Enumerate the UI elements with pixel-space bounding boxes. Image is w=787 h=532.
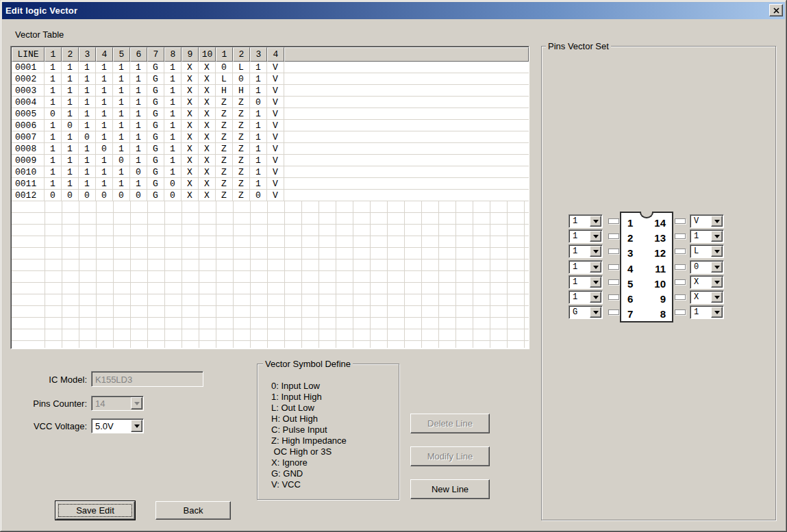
- row-filler: [284, 131, 529, 142]
- pin-4-select-dropdown-button[interactable]: [590, 262, 601, 273]
- value-cell: 1: [79, 178, 96, 189]
- value-cell: 1: [79, 166, 96, 177]
- pin-8-select[interactable]: 1: [690, 305, 724, 319]
- value-cell: V: [267, 97, 284, 107]
- line-cell: 0012: [12, 190, 45, 201]
- value-cell: 1: [45, 178, 62, 189]
- table-row[interactable]: 0008111011G1XXZZ1V: [12, 143, 529, 155]
- pin-10-select[interactable]: X: [690, 275, 724, 289]
- vector-symbol-define-label: Vector Symbol Define: [263, 359, 353, 369]
- pin-12-select[interactable]: L: [690, 244, 724, 258]
- value-cell: G: [147, 131, 164, 142]
- value-cell: 1: [96, 97, 113, 107]
- pin-5-select-dropdown-button[interactable]: [590, 277, 601, 288]
- header-col-8: 8: [164, 47, 182, 62]
- new-line-button[interactable]: New Line: [410, 479, 490, 499]
- value-cell: V: [267, 190, 284, 201]
- pin-2-select-dropdown-button[interactable]: [590, 231, 601, 242]
- value-cell: 0: [45, 190, 62, 201]
- value-cell: 1: [79, 120, 96, 131]
- pin-7-select[interactable]: G: [569, 305, 603, 319]
- value-cell: L: [216, 73, 233, 84]
- value-cell: X: [199, 155, 216, 166]
- header-col-6: 6: [130, 47, 147, 62]
- pin-13-select-dropdown-button[interactable]: [711, 231, 723, 242]
- pin-1-select-dropdown-button[interactable]: [590, 216, 601, 227]
- pin-14-select[interactable]: V: [690, 214, 724, 228]
- value-cell: 1: [130, 131, 147, 142]
- pin-3-select-dropdown-button[interactable]: [590, 246, 601, 257]
- value-cell: 1: [164, 120, 182, 131]
- pin-3-select[interactable]: 1: [569, 244, 603, 258]
- table-row[interactable]: 0011111111G0XXZZ1V: [12, 178, 529, 190]
- pin-number-13: 13: [648, 231, 666, 245]
- delete-line-button: Delete Line: [410, 414, 490, 433]
- pin-10-select-value: X: [694, 277, 699, 287]
- pin-12-select-dropdown-button[interactable]: [711, 246, 723, 257]
- value-cell: 1: [62, 62, 79, 73]
- back-button[interactable]: Back: [155, 501, 231, 520]
- pin-number-12: 12: [648, 246, 666, 260]
- table-row[interactable]: 0002111111G1XXL01V: [12, 73, 529, 85]
- pin-9-select[interactable]: X: [690, 290, 724, 304]
- pins-counter-select: 14: [91, 396, 144, 411]
- pins-counter-label: Pins Counter:: [8, 398, 87, 409]
- table-row[interactable]: 0009111101G1XXZZ1V: [12, 155, 529, 166]
- value-cell: X: [199, 85, 216, 96]
- line-cell: 0010: [12, 166, 45, 177]
- table-row[interactable]: 0006101111G1XXZZ1V: [12, 120, 529, 131]
- pin-2-select[interactable]: 1: [569, 229, 603, 243]
- table-row[interactable]: 0003111111G1XXHH1V: [12, 85, 529, 97]
- symbol-define-line: V: VCC: [271, 479, 301, 490]
- pin-4-select[interactable]: 1: [569, 260, 603, 274]
- dropdown-arrow-icon: [593, 311, 599, 314]
- value-cell: 1: [45, 62, 62, 73]
- table-row[interactable]: 0010111110G1XXZZ1V: [12, 166, 529, 178]
- value-cell: 1: [45, 155, 62, 166]
- pin-6-select-dropdown-button[interactable]: [590, 292, 601, 303]
- value-cell: 1: [79, 73, 96, 84]
- value-cell: 1: [113, 73, 130, 84]
- pin-6-select[interactable]: 1: [569, 290, 603, 304]
- table-row[interactable]: 0005011111G1XXZZ1V: [12, 108, 529, 120]
- vcc-voltage-dropdown-button[interactable]: [131, 420, 142, 432]
- symbol-define-line: OC High or 3S: [271, 446, 332, 457]
- ic-chip: 1234567141312111098: [620, 212, 673, 322]
- pin-7-select-dropdown-button[interactable]: [590, 307, 601, 318]
- vcc-voltage-label: VCC Voltage:: [8, 421, 87, 431]
- pin-5-select[interactable]: 1: [569, 275, 603, 289]
- value-cell: Z: [216, 155, 233, 166]
- dropdown-arrow-icon: [593, 296, 599, 299]
- pin-number-2: 2: [627, 231, 633, 245]
- save-edit-button[interactable]: Save Edit: [55, 501, 135, 520]
- vector-table-grid[interactable]: LINE123456789101234 0001111111G1XX0L1V00…: [10, 46, 529, 349]
- pin-13-select-value: 1: [694, 231, 699, 241]
- pin-11-select-dropdown-button[interactable]: [711, 262, 723, 273]
- value-cell: 1: [62, 143, 79, 154]
- close-button[interactable]: [769, 4, 783, 16]
- pin-11-select[interactable]: 0: [690, 260, 724, 274]
- pin-10-select-dropdown-button[interactable]: [711, 277, 723, 288]
- dropdown-arrow-icon: [593, 250, 599, 253]
- value-cell: X: [182, 73, 199, 84]
- pin-lead: [675, 279, 686, 285]
- table-row[interactable]: 0004111111G1XXZZ0V: [12, 97, 529, 108]
- value-cell: X: [182, 97, 199, 107]
- table-row[interactable]: 0012000000G0XXZZ0V: [12, 190, 529, 201]
- table-row[interactable]: 0007110111G1XXZZ1V: [12, 131, 529, 143]
- dropdown-arrow-icon: [714, 281, 720, 284]
- pin-9-select-dropdown-button[interactable]: [711, 292, 723, 303]
- titlebar: Edit logic Vector: [2, 2, 785, 19]
- value-cell: 1: [113, 62, 130, 73]
- pin-lead: [675, 309, 686, 315]
- value-cell: G: [147, 62, 164, 73]
- pin-8-select-dropdown-button[interactable]: [711, 307, 723, 318]
- pin-13-select[interactable]: 1: [690, 229, 724, 243]
- table-row[interactable]: 0001111111G1XX0L1V: [12, 62, 529, 73]
- value-cell: X: [199, 131, 216, 142]
- vcc-voltage-select[interactable]: 5.0V: [91, 418, 144, 433]
- header-col-4: 4: [96, 47, 113, 62]
- value-cell: 1: [130, 73, 147, 84]
- pin-1-select[interactable]: 1: [569, 214, 603, 228]
- pin-14-select-dropdown-button[interactable]: [711, 216, 723, 227]
